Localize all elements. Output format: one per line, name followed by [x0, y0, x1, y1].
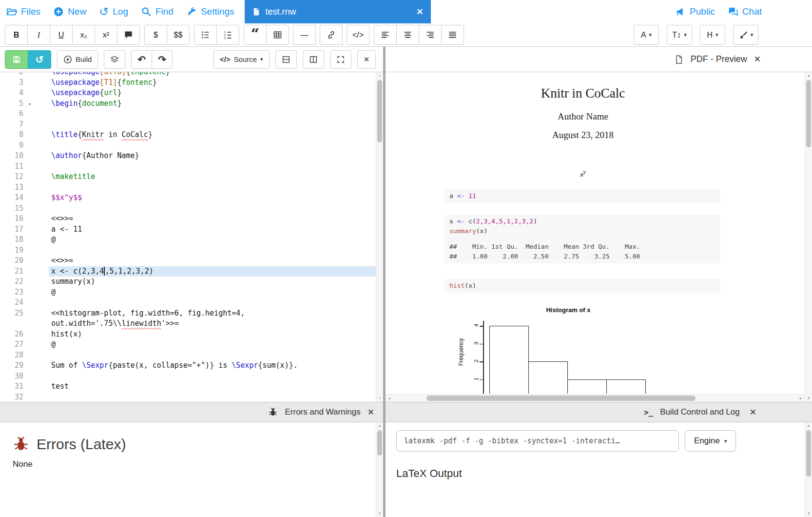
editor-line[interactable]: 14$$x^y$$ [0, 193, 383, 203]
editor-line[interactable]: 8\title{Knitr in CoCalc} [0, 130, 383, 140]
font-color-button[interactable]: A▾ [634, 25, 659, 45]
errors-scrollbar[interactable]: ▴ ▾ [376, 422, 383, 517]
blockquote-button[interactable]: “ [244, 25, 267, 45]
scroll-down-icon[interactable]: ▾ [376, 511, 383, 517]
tab-test-rnw[interactable]: test.rnw ✕ [245, 0, 431, 23]
justify-button[interactable] [441, 25, 464, 45]
save-button[interactable] [5, 50, 28, 69]
align-left-button[interactable] [374, 25, 397, 45]
pdf-preview[interactable]: Knitr in CoCalc Author Name August 23, 2… [386, 72, 812, 402]
scrollbar-thumb[interactable] [806, 430, 811, 477]
pdf-vertical-scrollbar[interactable]: ▴ ▾ [805, 72, 812, 402]
editor-line[interactable]: 13 [0, 182, 383, 193]
log-button[interactable]: ↺ Log [93, 0, 135, 23]
editor-line[interactable]: 4\usepackage{url} [0, 88, 383, 99]
editor-line[interactable]: 12\maketitle [0, 172, 383, 182]
close-preview-icon[interactable]: ✕ [754, 54, 761, 64]
superscript-button[interactable]: x² [95, 25, 117, 45]
scroll-right-icon[interactable]: ▸ [798, 395, 804, 402]
editor-line[interactable]: 6 [0, 109, 383, 119]
new-button[interactable]: New [47, 0, 93, 23]
editor-line[interactable]: 15 [0, 203, 383, 214]
chat-button[interactable]: Chat [721, 6, 768, 17]
close-build-icon[interactable]: ✕ [750, 407, 756, 418]
engine-dropdown[interactable]: Engine▾ [685, 430, 736, 452]
subscript-button[interactable]: x₂ [72, 25, 95, 45]
undo-button[interactable]: ↶ [131, 50, 152, 69]
editor-line[interactable]: 3\usepackage[T1]{fontenc} [0, 78, 383, 88]
inline-math-button[interactable]: $ [144, 25, 167, 45]
editor-line[interactable]: 7 [0, 119, 383, 130]
tab-close-icon[interactable]: ✕ [416, 7, 423, 17]
scrollbar-thumb[interactable] [377, 80, 382, 142]
editor-line[interactable]: 29Sum of \Sexpr{paste(x, collapse="+")} … [0, 360, 383, 371]
editor-line[interactable]: 23@ [0, 287, 383, 298]
editor-line[interactable]: 32 [0, 392, 383, 402]
scroll-down-icon[interactable]: ▾ [805, 511, 812, 517]
editor-line[interactable]: out.width='.75\\linewidth'>>= [0, 318, 383, 329]
build-scrollbar[interactable]: ▴ ▾ [805, 422, 812, 517]
display-math-button[interactable]: $$ [167, 25, 190, 45]
scroll-up-icon[interactable]: ▴ [376, 73, 383, 79]
bullet-list-button[interactable] [194, 25, 217, 45]
timetravel-button[interactable]: ↺ [28, 50, 51, 69]
editor-line[interactable]: 21x <- c(2,3,4,5,1,2,3,2) [0, 266, 383, 277]
editor-line[interactable]: 16<<>>= [0, 214, 383, 224]
build-command-input[interactable] [396, 430, 679, 452]
scrollbar-thumb[interactable] [377, 430, 382, 456]
italic-button[interactable]: I [27, 25, 50, 45]
public-button[interactable]: Public [669, 6, 721, 17]
editor-line[interactable]: 11 [0, 161, 383, 172]
scroll-up-icon[interactable]: ▴ [805, 423, 812, 429]
settings-button[interactable]: Settings [180, 0, 241, 23]
editor-line[interactable]: 26hist(x) [0, 329, 383, 340]
editor-line[interactable]: 2\usepackage[utf8]{inputenc} [0, 72, 383, 78]
editor-line[interactable]: 10\author{Author Name} [0, 151, 383, 161]
font-size-button[interactable]: T↕▾ [667, 25, 692, 45]
link-button[interactable] [320, 25, 343, 45]
close-editor-button[interactable]: ✕ [357, 50, 376, 69]
fullscreen-button[interactable] [330, 50, 351, 69]
pdf-horizontal-scrollbar[interactable]: ◂ ▸ [386, 394, 805, 402]
split-horizontal-button[interactable] [275, 50, 297, 69]
layers-button[interactable] [104, 50, 125, 69]
split-vertical-button[interactable] [303, 50, 324, 69]
scroll-up-icon[interactable]: ▴ [376, 423, 383, 429]
redo-button[interactable]: ↷ [152, 50, 173, 69]
scroll-left-icon[interactable]: ◂ [387, 395, 392, 402]
align-center-button[interactable] [396, 25, 419, 45]
scrollbar-thumb[interactable] [426, 396, 696, 401]
editor-line[interactable]: 17a <- 11 [0, 224, 383, 235]
comment-button[interactable] [117, 25, 140, 45]
code-button[interactable]: </> [347, 25, 369, 45]
code-editor[interactable]: 2\usepackage[utf8]{inputenc}3\usepackage… [0, 72, 383, 402]
table-button[interactable] [266, 25, 289, 45]
editor-line[interactable]: 20<<>>= [0, 256, 383, 266]
editor-line[interactable]: 5▾\begin{document} [0, 99, 383, 109]
editor-scrollbar[interactable]: ▴ ▾ [376, 72, 383, 402]
bold-button[interactable]: B [5, 25, 28, 45]
fold-marker-icon[interactable]: ▾ [28, 99, 31, 110]
align-right-button[interactable] [419, 25, 442, 45]
files-button[interactable]: Files [0, 0, 47, 23]
scroll-down-icon[interactable]: ▾ [805, 396, 812, 401]
editor-line[interactable]: 19 [0, 245, 383, 256]
editor-line[interactable]: 22summary(x) [0, 277, 383, 287]
editor-line[interactable]: 25<<histogram-plot, fig.width=6, fig.hei… [0, 308, 383, 319]
build-button[interactable]: Build [57, 50, 98, 69]
close-errors-icon[interactable]: ✕ [367, 407, 374, 418]
editor-line[interactable]: 30 [0, 371, 383, 382]
style-brush-button[interactable]: ▾ [733, 25, 758, 45]
scroll-down-icon[interactable]: ▾ [376, 396, 383, 401]
editor-line[interactable]: 31test [0, 381, 383, 392]
source-view-dropdown[interactable]: </>Source▾ [213, 50, 270, 69]
find-button[interactable]: Find [135, 0, 180, 23]
numbered-list-button[interactable]: 1.2.3. [216, 25, 239, 45]
editor-line[interactable]: 18@ [0, 235, 383, 245]
editor-line[interactable]: 28 [0, 350, 383, 361]
horizontal-rule-button[interactable]: — [293, 25, 316, 45]
editor-line[interactable]: 27@ [0, 339, 383, 350]
scroll-up-icon[interactable]: ▴ [805, 73, 812, 79]
scrollbar-thumb[interactable] [806, 80, 811, 147]
heading-button[interactable]: H▾ [700, 25, 725, 45]
